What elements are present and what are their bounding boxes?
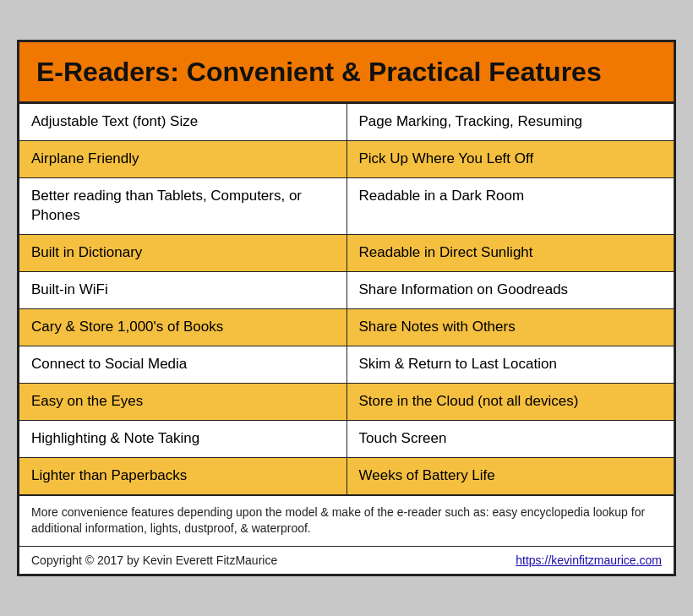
cell-right-7: Store in the Cloud (not all devices) <box>347 384 674 420</box>
cell-right-9: Weeks of Battery Life <box>347 458 674 494</box>
cell-left-6: Connect to Social Media <box>19 346 347 383</box>
cell-right-1: Pick Up Where You Left Off <box>347 141 674 177</box>
table-row: Connect to Social MediaSkim & Return to … <box>19 346 674 384</box>
cell-right-3: Readable in Direct Sunlight <box>347 235 674 271</box>
cell-left-5: Cary & Store 1,000's of Books <box>19 309 347 346</box>
cell-left-8: Highlighting & Note Taking <box>19 421 347 457</box>
copyright-text: Copyright © 2017 by Kevin Everett FitzMa… <box>31 553 277 567</box>
cell-right-4: Share Information on Goodreads <box>347 272 674 308</box>
footer-link[interactable]: https://kevinfitzmaurice.com <box>516 553 662 567</box>
cell-right-0: Page Marking, Tracking, Resuming <box>347 104 674 140</box>
cell-left-2: Better reading than Tablets, Computers, … <box>19 178 347 234</box>
table-row: Adjustable Text (font) SizePage Marking,… <box>19 104 674 141</box>
table-row: Lighter than PaperbacksWeeks of Battery … <box>19 458 674 494</box>
cell-left-9: Lighter than Paperbacks <box>19 458 347 494</box>
cell-left-1: Airplane Friendly <box>19 141 347 177</box>
header: E-Readers: Convenient & Practical Featur… <box>19 42 674 104</box>
cell-left-3: Built in Dictionary <box>19 235 347 271</box>
table-row: Cary & Store 1,000's of BooksShare Notes… <box>19 309 674 346</box>
card: E-Readers: Convenient & Practical Featur… <box>17 40 676 576</box>
table-row: Built in DictionaryReadable in Direct Su… <box>19 235 674 272</box>
header-title: E-Readers: Convenient & Practical Featur… <box>36 56 657 88</box>
table-row: Airplane FriendlyPick Up Where You Left … <box>19 141 674 178</box>
cell-right-8: Touch Screen <box>347 421 674 457</box>
table-row: Highlighting & Note TakingTouch Screen <box>19 421 674 458</box>
table-row: Built-in WiFiShare Information on Goodre… <box>19 272 674 309</box>
cell-right-5: Share Notes with Others <box>347 309 674 346</box>
cell-right-2: Readable in a Dark Room <box>347 178 674 234</box>
footer-note: More convenience features depending upon… <box>19 496 674 547</box>
footer-copyright: Copyright © 2017 by Kevin Everett FitzMa… <box>19 547 674 574</box>
table-row: Better reading than Tablets, Computers, … <box>19 178 674 235</box>
cell-right-6: Skim & Return to Last Location <box>347 346 674 383</box>
cell-left-0: Adjustable Text (font) Size <box>19 104 347 140</box>
table-row: Easy on the EyesStore in the Cloud (not … <box>19 384 674 421</box>
cell-left-4: Built-in WiFi <box>19 272 347 308</box>
table-section: Adjustable Text (font) SizePage Marking,… <box>19 104 674 495</box>
cell-left-7: Easy on the Eyes <box>19 384 347 420</box>
